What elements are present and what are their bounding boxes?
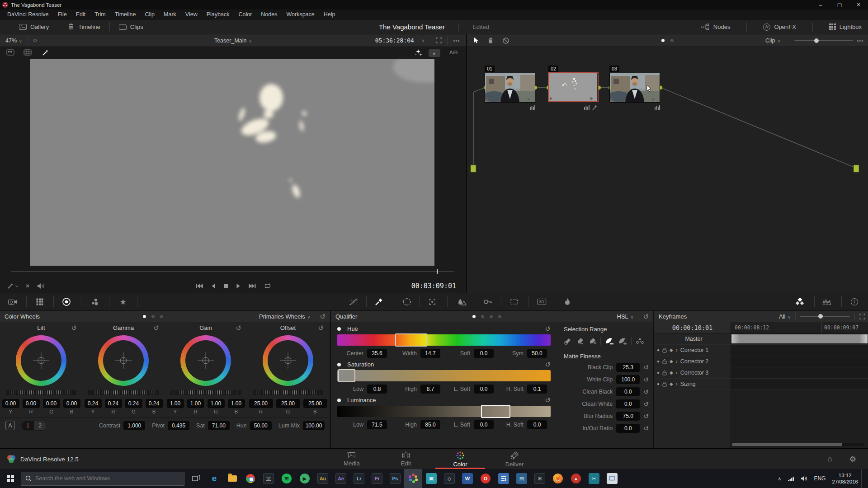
picker-minus-icon[interactable]	[576, 337, 584, 345]
menu-help[interactable]: Help	[319, 11, 340, 18]
saturation-enable-toggle[interactable]	[337, 363, 341, 366]
lum-low-value[interactable]: 71.5	[367, 420, 387, 429]
unmix-icon[interactable]: ✕	[25, 283, 30, 289]
hue-enable-toggle[interactable]	[337, 327, 341, 331]
lift-g-value[interactable]: 0.00	[43, 399, 60, 408]
taskbar-opera[interactable]: O	[476, 469, 495, 488]
step-back-button[interactable]	[210, 283, 216, 289]
pointer-tool-icon[interactable]	[473, 37, 479, 44]
taskbar-search[interactable]	[21, 472, 184, 486]
gain-master-dial[interactable]	[170, 390, 241, 395]
sizing-palette-icon[interactable]	[510, 298, 519, 305]
scopes-icon[interactable]	[822, 299, 831, 305]
offset-master-dial[interactable]	[253, 390, 323, 395]
gamma-master-dial[interactable]	[88, 390, 159, 395]
stop-button[interactable]	[223, 283, 228, 289]
taskbar-after-effects[interactable]: Ae	[332, 469, 350, 488]
keyframes-expand-icon[interactable]	[859, 314, 865, 319]
taskbar-app-dark[interactable]: ✻	[531, 469, 549, 488]
taskbar-lightroom[interactable]: Lr	[350, 469, 368, 488]
curves-icon[interactable]	[349, 298, 358, 305]
viewer-options-menu[interactable]: •••	[453, 38, 460, 43]
taskbar-app-blue[interactable]: ▤	[513, 469, 531, 488]
hue-value[interactable]: 50.00	[250, 421, 272, 430]
track-enable-dot[interactable]: ●	[657, 359, 660, 364]
disable-node-icon[interactable]	[502, 37, 509, 44]
node-mode-select[interactable]: Clip∨	[765, 38, 780, 44]
luminance-range-bar[interactable]	[337, 406, 551, 417]
play-button[interactable]	[236, 283, 241, 289]
page-media[interactable]: Media	[325, 449, 379, 469]
info-icon[interactable]: i	[851, 298, 858, 305]
sat-hsoft-value[interactable]: 0.1	[527, 385, 547, 394]
keyframe-diamond-icon[interactable]: ◆	[670, 382, 673, 386]
taskbar-spotify[interactable]	[278, 469, 296, 488]
key-palette-icon[interactable]	[483, 299, 492, 305]
taskbar-davinci-resolve-active[interactable]	[404, 469, 422, 488]
clean-black-value[interactable]: 0.0	[616, 387, 640, 396]
invert-selection-icon[interactable]	[636, 337, 644, 345]
wheels-page-dot-2[interactable]	[151, 315, 155, 318]
maximize-button[interactable]: ▢	[830, 0, 849, 9]
node-01[interactable]: 01	[485, 73, 535, 103]
keyframe-track-corrector3[interactable]: ●◆›Corrector 3	[654, 367, 868, 379]
gain-reset-icon[interactable]: ↺	[236, 324, 241, 331]
camera-raw-icon[interactable]	[8, 299, 17, 305]
viewer-scrubber[interactable]	[11, 271, 454, 272]
offset-reset-icon[interactable]: ↺	[318, 324, 324, 331]
qualifier-mode-select[interactable]: HSL∨	[617, 313, 634, 320]
auto-balance-button[interactable]: A	[5, 421, 15, 430]
blur-radius-value[interactable]: 75.0	[616, 412, 640, 421]
lock-icon[interactable]	[662, 381, 667, 387]
node-03[interactable]: 03	[609, 73, 660, 103]
taskbar-vegas[interactable]: ▣	[422, 469, 440, 488]
hue-sym-value[interactable]: 50.0	[527, 349, 547, 358]
picker-plus-icon[interactable]	[588, 337, 596, 345]
clean-white-reset-icon[interactable]: ↺	[643, 401, 649, 407]
viewer-playhead[interactable]	[437, 269, 438, 274]
wheels-reset-all-icon[interactable]: ↺	[320, 313, 326, 320]
inout-ratio-value[interactable]: 0.0	[616, 424, 640, 433]
softness-plus-icon[interactable]	[618, 337, 627, 345]
keyframe-track-corrector1[interactable]: ●◆›Corrector 1	[654, 345, 868, 356]
node-options-menu[interactable]: •••	[857, 38, 863, 43]
enhanced-viewer-wand-icon[interactable]	[42, 49, 49, 56]
tray-expand-chevron[interactable]: ∧	[774, 469, 784, 488]
lum-lsoft-value[interactable]: 0.0	[474, 420, 494, 429]
taskbar-task-view[interactable]	[187, 469, 205, 488]
track-enable-dot[interactable]: ●	[657, 382, 660, 386]
hue-width-value[interactable]: 14.7	[420, 349, 440, 358]
node-page-dot-1[interactable]	[661, 39, 665, 42]
hue-soft-value[interactable]: 0.0	[474, 349, 494, 358]
offset-b-value[interactable]: 25.00	[303, 399, 327, 408]
action-center-edge[interactable]	[861, 469, 868, 488]
taskbar-edge[interactable]: e	[205, 469, 223, 488]
track-enable-dot[interactable]: ●	[657, 348, 660, 352]
menu-playback[interactable]: Playback	[202, 11, 234, 18]
picker-icon[interactable]	[564, 337, 572, 345]
power-windows-icon[interactable]	[402, 298, 411, 306]
lum-high-value[interactable]: 85.0	[420, 420, 440, 429]
lock-icon[interactable]	[662, 359, 667, 364]
qualifier-reset-all-icon[interactable]: ↺	[643, 313, 649, 320]
lift-b-value[interactable]: 0.00	[63, 399, 80, 408]
project-manager-icon[interactable]: ⌂	[827, 455, 832, 464]
blur-radius-reset-icon[interactable]: ↺	[643, 413, 649, 419]
qualifier-page-dot-3[interactable]	[490, 315, 493, 318]
taskbar-word[interactable]: W	[458, 469, 476, 488]
gain-b-value[interactable]: 1.00	[228, 399, 245, 408]
menu-mark[interactable]: Mark	[159, 11, 181, 18]
lummix-value[interactable]: 100.00	[303, 421, 325, 430]
keyframes-zoom-slider[interactable]	[800, 316, 850, 317]
luminance-selection[interactable]	[481, 405, 510, 418]
menu-davinci-resolve[interactable]: DaVinci Resolve	[3, 11, 53, 18]
lift-reset-icon[interactable]: ↺	[71, 324, 77, 331]
nodes-panel-toggle[interactable]: Nodes	[701, 23, 731, 30]
network-icon[interactable]	[784, 469, 797, 488]
tracker-icon[interactable]	[428, 298, 436, 306]
viewer-timecode[interactable]: 05:36:28:04	[375, 37, 414, 44]
grid-view-icon[interactable]	[24, 49, 32, 56]
hue-selection[interactable]	[395, 333, 427, 347]
taskbar-app-teal[interactable]: ✂	[585, 469, 603, 488]
expand-track-icon[interactable]: ›	[676, 347, 678, 353]
